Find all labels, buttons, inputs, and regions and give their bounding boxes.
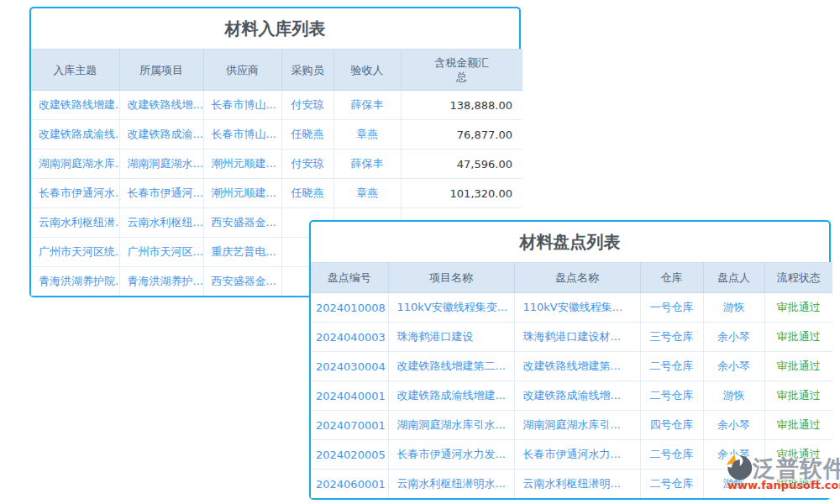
table-cell[interactable]: 三号仓库 <box>640 323 703 352</box>
header-row: 入库主题所属项目供应商采购员验收人含税金额汇总 <box>31 50 522 91</box>
table-cell[interactable]: 审批通过 <box>764 470 832 499</box>
table-cell[interactable]: 章燕 <box>333 179 401 208</box>
table-cell[interactable]: 长春市伊通河水力... <box>514 440 640 470</box>
table-cell[interactable]: 章燕 <box>333 120 401 150</box>
table-cell[interactable]: 西安盛器金... <box>203 267 281 297</box>
table-cell[interactable]: 薛保丰 <box>333 150 401 179</box>
column-header: 验收人 <box>333 50 401 91</box>
table-cell[interactable]: 110kV安徽线程集... <box>514 293 640 323</box>
table-cell[interactable]: 二号仓库 <box>640 440 703 470</box>
table-cell[interactable]: 潮州元顺建... <box>203 179 281 208</box>
table-cell[interactable]: 2024030004 <box>311 352 388 381</box>
table-cell[interactable]: 47,596.00 <box>401 150 522 179</box>
table-cell[interactable]: 湖南洞庭湖水... <box>119 150 203 179</box>
table-cell[interactable]: 长春市博山... <box>203 91 281 120</box>
table-cell[interactable]: 湖南洞庭湖水库... <box>31 150 119 179</box>
table-cell[interactable]: 长春市伊通河... <box>119 179 203 208</box>
table-cell[interactable]: 游恢 <box>703 470 764 499</box>
column-header: 供应商 <box>203 50 281 91</box>
table-cell[interactable]: 任晓燕 <box>281 120 333 150</box>
table-cell[interactable]: 云南水利枢纽潜... <box>31 208 119 238</box>
table-cell[interactable]: 二号仓库 <box>640 352 703 381</box>
table-cell[interactable]: 76,877.00 <box>401 120 522 150</box>
table-cell[interactable]: 2024060001 <box>311 470 388 499</box>
table-cell[interactable]: 云南水利枢纽... <box>119 208 203 238</box>
material-inbound-list-title: 材料入库列表 <box>31 8 519 49</box>
material-stocktake-list-title: 材料盘点列表 <box>311 222 829 262</box>
table-row[interactable]: 2024010008110kV安徽线程集变...110kV安徽线程集...一号仓… <box>311 293 832 323</box>
table-cell[interactable]: 广州市天河区... <box>119 238 203 267</box>
table-cell[interactable]: 138,888.00 <box>401 91 522 120</box>
column-header: 盘点编号 <box>311 263 388 293</box>
table-cell[interactable]: 2024040001 <box>311 381 388 411</box>
table-cell[interactable]: 珠海鹤港口建设 <box>388 323 514 352</box>
table-row[interactable]: 2024040003珠海鹤港口建设珠海鹤港口建设材...三号仓库余小琴审批通过 <box>311 323 832 352</box>
table-row[interactable]: 2024030004改建铁路线增建第二...改建铁路线增建第...二号仓库余小琴… <box>311 352 832 381</box>
table-cell[interactable]: 改建铁路成渝线增... <box>514 381 640 411</box>
column-header: 采购员 <box>281 50 333 91</box>
table-cell[interactable]: 云南水利枢纽潜明... <box>514 470 640 499</box>
table-cell[interactable]: 潮州元顺建... <box>203 150 281 179</box>
table-cell[interactable]: 审批通过 <box>764 440 832 470</box>
table-row[interactable]: 改建铁路线增建...改建铁路线增...长春市博山...付安琼薛保丰138,888… <box>31 91 522 120</box>
table-cell[interactable]: 改建铁路成渝... <box>119 120 203 150</box>
table-cell[interactable]: 长春市伊通河水力发... <box>388 440 514 470</box>
table-row[interactable]: 2024060001云南水利枢纽潜明水...云南水利枢纽潜明...二号仓库游恢审… <box>311 470 832 499</box>
table-cell[interactable]: 薛保丰 <box>333 91 401 120</box>
table-cell[interactable]: 101,320.00 <box>401 179 522 208</box>
table-cell[interactable]: 长春市伊通河水... <box>31 179 119 208</box>
table-cell[interactable]: 审批通过 <box>764 352 832 381</box>
table-row[interactable]: 2024020005长春市伊通河水力发...长春市伊通河水力...二号仓库余小琴… <box>311 440 832 470</box>
table-row[interactable]: 湖南洞庭湖水库...湖南洞庭湖水...潮州元顺建...付安琼薛保丰47,596.… <box>31 150 522 179</box>
table-cell[interactable]: 2024040003 <box>311 323 388 352</box>
table-cell[interactable]: 付安琼 <box>281 91 333 120</box>
table-cell[interactable]: 任晓燕 <box>281 179 333 208</box>
column-header: 含税金额汇总 <box>401 50 522 91</box>
table-cell[interactable]: 四号仓库 <box>640 411 703 440</box>
table-cell[interactable]: 改建铁路线增建第二... <box>388 352 514 381</box>
table-cell[interactable]: 改建铁路成渝线... <box>31 120 119 150</box>
table-cell[interactable]: 2024070001 <box>311 411 388 440</box>
table-cell[interactable]: 余小琴 <box>703 440 764 470</box>
column-header: 入库主题 <box>31 50 119 91</box>
table-cell[interactable]: 审批通过 <box>764 323 832 352</box>
table-row[interactable]: 改建铁路成渝线...改建铁路成渝...长春市博山...任晓燕章燕76,877.0… <box>31 120 522 150</box>
table-cell[interactable]: 湖南洞庭湖水库引... <box>514 411 640 440</box>
table-cell[interactable]: 改建铁路线增... <box>119 91 203 120</box>
table-cell[interactable]: 云南水利枢纽潜明水... <box>388 470 514 499</box>
column-header: 项目名称 <box>388 263 514 293</box>
table-cell[interactable]: 改建铁路线增建... <box>31 91 119 120</box>
table-cell[interactable]: 西安盛器金... <box>203 208 281 238</box>
table-cell[interactable]: 二号仓库 <box>640 381 703 411</box>
table-cell[interactable]: 余小琴 <box>703 411 764 440</box>
table-cell[interactable]: 审批通过 <box>764 293 832 323</box>
table-row[interactable]: 2024070001湖南洞庭湖水库引水...湖南洞庭湖水库引...四号仓库余小琴… <box>311 411 832 440</box>
table-cell[interactable]: 青海洪湖养护... <box>119 267 203 297</box>
table-cell[interactable]: 广州市天河区统... <box>31 238 119 267</box>
table-row[interactable]: 2024040001改建铁路成渝线增建...改建铁路成渝线增...二号仓库游恢审… <box>311 381 832 411</box>
table-cell[interactable]: 游恢 <box>703 381 764 411</box>
table-cell[interactable]: 审批通过 <box>764 381 832 411</box>
table-cell[interactable]: 青海洪湖养护院... <box>31 267 119 297</box>
table-cell[interactable]: 余小琴 <box>703 352 764 381</box>
table-cell[interactable]: 余小琴 <box>703 323 764 352</box>
table-cell[interactable]: 改建铁路成渝线增建... <box>388 381 514 411</box>
table-cell[interactable]: 2024010008 <box>311 293 388 323</box>
table-cell[interactable]: 二号仓库 <box>640 470 703 499</box>
table-cell[interactable]: 2024020005 <box>311 440 388 470</box>
table-cell[interactable]: 游恢 <box>703 293 764 323</box>
table-cell[interactable]: 重庆艺普电... <box>203 238 281 267</box>
material-stocktake-table: 盘点编号项目名称盘点名称仓库盘点人流程状态2024010008110kV安徽线程… <box>311 262 832 498</box>
table-cell[interactable]: 付安琼 <box>281 150 333 179</box>
column-header: 盘点名称 <box>514 263 640 293</box>
table-cell[interactable]: 一号仓库 <box>640 293 703 323</box>
table-cell[interactable]: 长春市博山... <box>203 120 281 150</box>
table-cell[interactable]: 审批通过 <box>764 411 832 440</box>
column-header: 所属项目 <box>119 50 203 91</box>
column-header: 流程状态 <box>764 263 832 293</box>
table-cell[interactable]: 110kV安徽线程集变... <box>388 293 514 323</box>
table-row[interactable]: 长春市伊通河水...长春市伊通河...潮州元顺建...任晓燕章燕101,320.… <box>31 179 522 208</box>
table-cell[interactable]: 改建铁路线增建第... <box>514 352 640 381</box>
table-cell[interactable]: 珠海鹤港口建设材... <box>514 323 640 352</box>
table-cell[interactable]: 湖南洞庭湖水库引水... <box>388 411 514 440</box>
